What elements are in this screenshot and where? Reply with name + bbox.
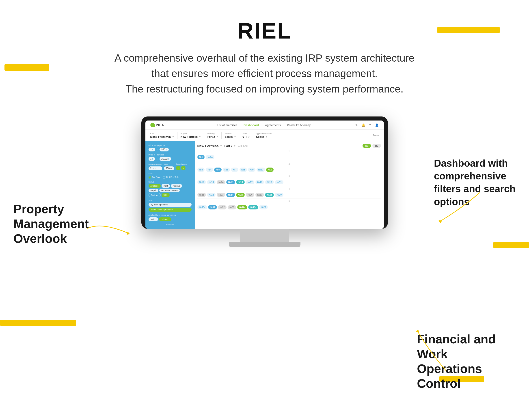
chip-with[interactable]: With [148, 217, 158, 221]
subtitle-chevron-icon: ▼ [234, 145, 236, 147]
premise-25[interactable]: №25 [236, 193, 245, 197]
floor-row-3: №12 №13 №14 №15 №16 №17 №18 №19 №11 [198, 179, 381, 186]
price-prem-max-input[interactable]: 25032 $ [159, 157, 171, 161]
help-icon[interactable]: ? [368, 123, 372, 127]
area-value[interactable]: 250 m² [164, 166, 174, 170]
premise-11[interactable]: №11 [275, 180, 283, 184]
premise-17[interactable]: №17 [246, 180, 254, 184]
not-for-sale-radio[interactable]: Not For Sale [163, 176, 179, 179]
svg-marker-0 [127, 232, 130, 235]
type-minus-button[interactable]: - [181, 166, 185, 170]
premise-35a[interactable]: №35a [248, 205, 258, 210]
premise-14[interactable]: №14 [217, 180, 225, 184]
premise-20[interactable]: №20 [275, 193, 283, 197]
chip-under-renovation[interactable]: Under Renovation [159, 189, 180, 192]
not-for-sale-dot [163, 176, 165, 179]
price-max-input[interactable]: 950 $ [159, 148, 169, 151]
premise-12[interactable]: №12 [198, 180, 206, 184]
premise-28[interactable]: №28 [265, 193, 274, 197]
city-select[interactable]: Ivano-Frankivsk ▼ [150, 135, 174, 138]
price-range-row: 1 $ → 950 $ [148, 148, 192, 151]
price-min-input[interactable]: 1 $ [148, 148, 155, 151]
chip-without-main-agreement[interactable]: Without main agreement [148, 208, 192, 212]
price-prem-min-input[interactable]: 1 $ [148, 157, 155, 161]
nav-links: List of premises Dashboard Agreements Po… [173, 123, 355, 127]
premise-29[interactable]: №29 [259, 205, 268, 210]
grid-header: New Fortress ▼ Fort 2 ▼ 33 Found B1 B2 [198, 144, 381, 148]
premise-5[interactable]: №5 [214, 168, 222, 172]
premise-1o[interactable]: №1o [206, 155, 214, 159]
for-sale-radio[interactable]: For Sale [148, 176, 161, 179]
premise-27[interactable]: №27 [255, 193, 264, 197]
premise-31[interactable]: №31 [208, 205, 217, 210]
premise-10[interactable]: №10 [257, 168, 265, 172]
app-logo: PIEA [150, 123, 164, 127]
user-icon[interactable]: 👤 [375, 123, 379, 127]
premise-16[interactable]: №16 [236, 180, 245, 184]
chip-repair[interactable]: Repair [148, 189, 159, 192]
type-premises-select[interactable]: Select ▼ [256, 135, 272, 138]
section-select[interactable]: Select ▼ [225, 135, 236, 138]
premise-34a[interactable]: №34a [237, 205, 247, 210]
premise-19[interactable]: №19 [265, 180, 274, 184]
premise-7[interactable]: №7 [231, 168, 238, 172]
deco-bar-topright [437, 27, 500, 33]
monitor-wrapper: PIEA List of premises Dashboard Agreemen… [141, 117, 388, 247]
nav-power-attorney[interactable]: Power Of Attorney [287, 123, 311, 127]
more-filters-link[interactable]: More [373, 134, 379, 137]
type-plus-button[interactable]: + [176, 166, 180, 170]
premise-1[interactable]: №1 [198, 155, 205, 159]
chip-by-main-agreement[interactable]: By main agreement [148, 203, 192, 207]
floor-label: Floor [242, 132, 250, 134]
building-label: Building [208, 132, 218, 135]
chip-contract[interactable]: Contract [148, 193, 161, 197]
nav-agreements[interactable]: Agreements [265, 123, 281, 127]
premise-8[interactable]: №8 [239, 168, 247, 172]
premise-24[interactable]: №24 [226, 193, 235, 197]
floor-num-4: 4 [198, 188, 381, 190]
premise-30a[interactable]: №30a [198, 205, 207, 210]
virtual-label: Availability of virtual agreement [148, 214, 192, 216]
premise-26[interactable]: №26 [246, 193, 254, 197]
floor-row-5: №30a №31 №32 №33 №34a №35a №29 [198, 204, 381, 211]
monitor-screen: PIEA List of premises Dashboard Agreemen… [145, 120, 384, 229]
state-label: State [148, 172, 192, 175]
rooms-value[interactable]: 2 ⊕ ⊖ [148, 166, 162, 170]
chip-sold[interactable]: Sold [161, 193, 170, 197]
premise-3[interactable]: №3 [198, 168, 205, 172]
edit-icon[interactable]: ✎ [355, 123, 359, 127]
premise-6[interactable]: №6 [223, 168, 230, 172]
chip-reserve[interactable]: Reserve [171, 184, 182, 188]
floor-stepper[interactable]: ⊕ ⊖ [246, 135, 250, 138]
bell-icon[interactable]: 🔔 [361, 123, 365, 127]
nav-list-premises[interactable]: List of premises [217, 123, 237, 127]
floor-filter: Floor 0 ⊕ ⊖ [242, 132, 250, 138]
filter-bar: City Ivano-Frankivsk ▼ Project New Fortr… [145, 130, 384, 141]
premise-21[interactable]: №21 [198, 193, 206, 197]
building-select[interactable]: Fort 2 ▼ [208, 135, 218, 138]
premise-33[interactable]: №33 [228, 205, 236, 210]
floor-btn-b1[interactable]: B1 [363, 144, 371, 148]
floor-btn-b2[interactable]: B2 [372, 144, 381, 148]
floor-num-3: 3 [198, 175, 381, 178]
premise-4[interactable]: №4 [206, 168, 213, 172]
premise-9[interactable]: №9 [248, 168, 255, 172]
virtual-section: Availability of virtual agreement With W… [148, 214, 192, 221]
chip-without[interactable]: Without [159, 217, 172, 221]
chip-rent[interactable]: Rent [161, 184, 170, 188]
status-section: Status Available Rent Reserve Repair Und… [148, 181, 192, 197]
logo-text: PIEA [156, 123, 164, 127]
premise-18[interactable]: №18 [255, 180, 264, 184]
premise-13[interactable]: №13 [207, 180, 215, 184]
premise-32[interactable]: №32 [218, 205, 226, 210]
nav-dashboard[interactable]: Dashboard [244, 123, 259, 127]
premise-15[interactable]: №15 [226, 180, 235, 184]
premise-22[interactable]: №22 [207, 193, 215, 197]
chip-available[interactable]: Available [148, 184, 161, 188]
premise-23[interactable]: №23 [217, 193, 225, 197]
premise-2[interactable]: №2 [266, 168, 274, 172]
filter-divider-3 [221, 132, 222, 139]
floor-section-3: 3 №12 №13 №14 №15 №16 №17 №18 №19 №11 [198, 175, 381, 186]
project-select[interactable]: New Fortress ▼ [181, 135, 201, 138]
remove-button[interactable]: Remove [148, 223, 192, 226]
